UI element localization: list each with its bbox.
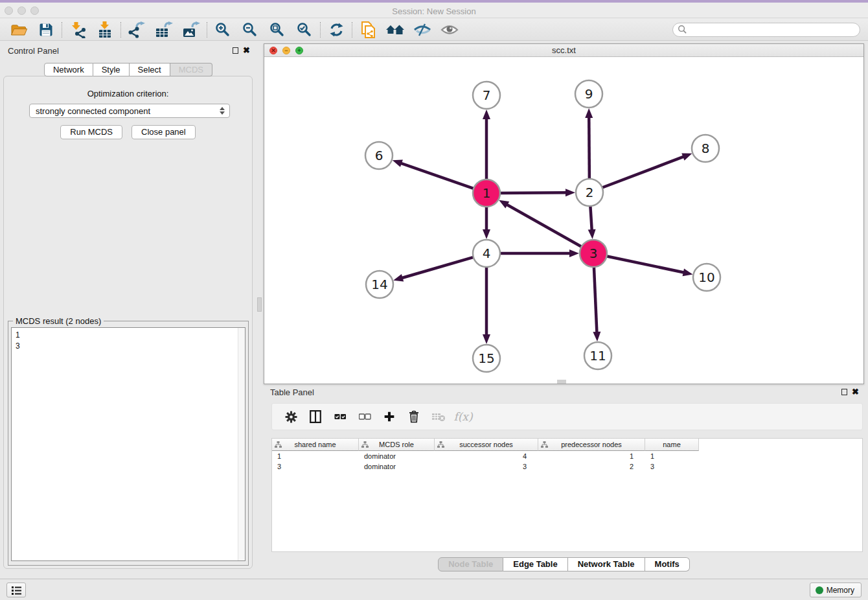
graph-node-label: 3 xyxy=(589,246,598,261)
clone-network-button[interactable] xyxy=(354,20,382,40)
graph-edge-arrowhead xyxy=(483,334,490,344)
memory-button[interactable]: Memory xyxy=(810,583,862,597)
mcds-result-title: MCDS result (2 nodes) xyxy=(13,316,104,326)
hide-details-button[interactable] xyxy=(409,20,436,40)
zoom-fit-icon xyxy=(269,22,285,38)
column-header-successor-nodes[interactable]: successor nodes xyxy=(435,439,538,451)
graph-edge-2-3[interactable] xyxy=(590,205,592,231)
column-header-predecessor-nodes[interactable]: predecessor nodes xyxy=(538,439,645,451)
import-table-button[interactable] xyxy=(91,20,119,40)
tab-mcds[interactable]: MCDS xyxy=(170,63,212,76)
table-cell: 3 xyxy=(645,461,699,472)
column-header-shared-name[interactable]: shared name xyxy=(272,439,359,451)
close-panel-button[interactable]: Close panel xyxy=(131,125,196,139)
export-image-icon xyxy=(182,21,200,38)
splitter-grip-vertical[interactable] xyxy=(257,297,262,312)
import-network-button[interactable] xyxy=(64,20,91,40)
open-file-button[interactable] xyxy=(5,20,32,40)
column-header-label: predecessor nodes xyxy=(561,441,622,448)
graph-node-label: 4 xyxy=(483,246,491,261)
optimization-criterion-value: strongly connected component xyxy=(36,106,150,116)
show-columns-button[interactable] xyxy=(303,406,328,428)
table-cell: 1 xyxy=(272,451,359,461)
control-panel-title: Control Panel xyxy=(8,46,59,56)
export-network-button[interactable] xyxy=(123,20,150,40)
graph-edge-4-14[interactable] xyxy=(402,257,475,278)
tab-style[interactable]: Style xyxy=(93,63,130,76)
show-details-button[interactable] xyxy=(436,20,463,40)
result-scrollbar[interactable] xyxy=(238,328,245,560)
table-settings-button[interactable] xyxy=(279,406,303,428)
toolbar-separator xyxy=(120,22,121,38)
table-cell: 1 xyxy=(645,451,699,461)
export-table-button[interactable] xyxy=(150,20,177,40)
tab-network-table[interactable]: Network Table xyxy=(568,557,645,571)
column-header-MCDS-role[interactable]: MCDS role xyxy=(359,439,435,451)
column-header-name[interactable]: name xyxy=(645,439,699,451)
table-row[interactable]: 1dominator411 xyxy=(272,451,862,461)
graph-edge-3-11[interactable] xyxy=(594,266,597,333)
save-session-button[interactable] xyxy=(32,20,60,40)
splitter-grip-horizontal[interactable] xyxy=(557,380,566,384)
eye-slash-icon xyxy=(413,23,431,37)
toolbar-separator xyxy=(62,22,62,38)
export-image-button[interactable] xyxy=(177,20,205,40)
task-history-button[interactable] xyxy=(6,583,26,597)
table-toolbar: f(x) xyxy=(271,403,863,430)
select-all-rows-button[interactable] xyxy=(328,406,352,428)
table-cell: 1 xyxy=(538,451,645,461)
zoom-fit-button[interactable] xyxy=(264,20,291,40)
search-input[interactable] xyxy=(687,24,860,36)
network-view-window: ✕ − + scc.txt 7968124314101511 xyxy=(264,43,864,384)
graph-node-label: 10 xyxy=(698,270,714,285)
column-type-icon xyxy=(437,441,444,448)
network-canvas[interactable]: 7968124314101511 xyxy=(264,58,863,384)
fx-icon: f(x) xyxy=(453,410,472,423)
graph-node-label: 2 xyxy=(586,185,594,200)
application-window: Session: New Session xyxy=(0,0,868,600)
tab-network[interactable]: Network xyxy=(44,63,93,76)
close-panel-icon[interactable]: ✖ xyxy=(243,47,250,54)
run-mcds-button[interactable]: Run MCDS xyxy=(60,125,122,139)
float-panel-icon[interactable] xyxy=(841,389,847,395)
tab-motifs[interactable]: Motifs xyxy=(645,557,690,571)
network-canvas-svg: 7968124314101511 xyxy=(264,58,863,385)
deselect-all-rows-button[interactable] xyxy=(352,406,377,428)
graph-edge-arrowhead xyxy=(683,268,693,276)
column-header-label: MCDS role xyxy=(379,441,414,448)
houses-icon xyxy=(385,22,405,38)
graph-edge-3-1[interactable] xyxy=(506,204,582,247)
graph-edge-arrowhead xyxy=(499,200,509,209)
delete-table-icon xyxy=(431,411,446,422)
optimization-criterion-select[interactable]: strongly connected component xyxy=(29,104,230,118)
function-builder-button: f(x) xyxy=(451,406,475,428)
houses-button[interactable] xyxy=(382,20,409,40)
column-type-icon xyxy=(541,441,548,448)
graph-edge-3-10[interactable] xyxy=(606,256,685,273)
tab-node-table[interactable]: Node Table xyxy=(438,557,503,571)
graph-edge-arrowhead xyxy=(681,154,692,161)
session-titlebar[interactable]: Session: New Session xyxy=(0,3,868,18)
graph-edge-1-2[interactable] xyxy=(499,192,567,193)
tab-select[interactable]: Select xyxy=(130,63,170,76)
graph-edge-2-9[interactable] xyxy=(589,117,589,180)
import-table-icon xyxy=(97,21,113,38)
close-panel-icon[interactable]: ✖ xyxy=(852,388,859,396)
zoom-in-button[interactable] xyxy=(209,20,236,40)
create-column-button[interactable] xyxy=(377,406,402,428)
delete-column-button[interactable] xyxy=(402,406,426,428)
table-row[interactable]: 3dominator323 xyxy=(272,461,862,472)
zoom-selected-button[interactable] xyxy=(291,20,318,40)
mcds-result-area[interactable]: 13 xyxy=(11,327,246,561)
graph-edge-1-6[interactable] xyxy=(400,163,475,189)
tab-edge-table[interactable]: Edge Table xyxy=(503,557,567,571)
network-window-titlebar[interactable]: ✕ − + scc.txt xyxy=(264,44,863,57)
refresh-button[interactable] xyxy=(323,20,350,40)
graph-edge-2-8[interactable] xyxy=(601,156,685,188)
toolbar-separator xyxy=(207,22,207,38)
zoom-out-button[interactable] xyxy=(236,20,264,40)
table-panel: Table Panel ✖ xyxy=(264,386,864,575)
mcds-result-lines: 13 xyxy=(12,328,245,354)
float-panel-icon[interactable] xyxy=(233,47,238,54)
search-field[interactable] xyxy=(672,23,860,37)
